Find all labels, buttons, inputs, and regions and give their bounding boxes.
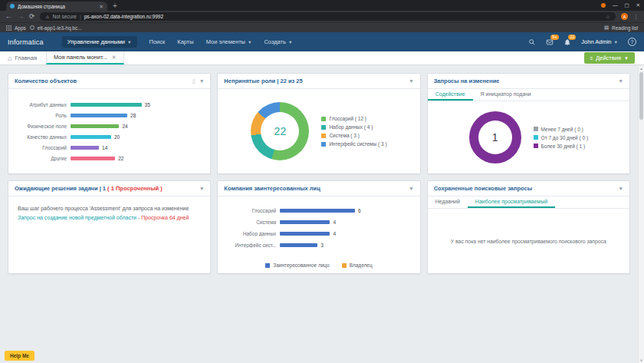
legend-swatch-icon [321,142,326,147]
legend-item: Менее 7 дней ( 0 ) [534,127,589,132]
collapse-chevron-icon[interactable]: ▼ [619,78,623,84]
card-change-requests: Запросы на изменение ▼ Содействие Я иниц… [427,73,630,174]
requests-donut-chart: 1 [469,111,521,163]
bar-label: Глоссарий [228,208,276,213]
home-link[interactable]: ⌂ Главная [8,51,46,64]
overdue-count: ( 1 Просроченный ) [107,185,163,192]
help-icon[interactable]: ? [628,38,636,46]
menu-maps[interactable]: Карты [177,38,193,45]
list-icon: ≡ [590,56,593,61]
card-body: Ваш шаг рабочего процесса 'Assessment' д… [8,196,210,273]
card-stakeholders: Компания заинтересованных лиц ▼ Глоссари… [217,180,420,274]
maximize-icon[interactable]: ▢ [624,3,629,8]
security-label: Not secure [53,14,77,19]
bar-value: 35 [145,102,150,107]
drag-handle-icon[interactable]: ⣿ [192,78,194,84]
application-window: Домашняя страница ✕ + — ▢ ✕ ← → ⟳ ⚠ Not … [0,0,644,363]
menu-create[interactable]: Создать ▼ [264,38,292,45]
donut-hole: 1 [478,120,512,154]
browser-menu-icon[interactable]: ⋮ [633,14,639,20]
header-right: 9+ 22 John Admin ▼ ? [528,38,636,46]
window-close-icon[interactable]: ✕ [636,3,640,8]
chevron-down-icon: ▼ [248,40,251,45]
chevron-down-icon: ▼ [127,40,131,45]
bookmark-star-icon[interactable]: ☆ [606,14,610,20]
browser-toolbar: ← → ⟳ ⚠ Not secure | ps-axon-02.data-int… [0,11,644,22]
reading-list-button[interactable]: ▤ Reading list [604,25,638,31]
legend-item: Глоссарий ( 12 ) [321,116,386,121]
not-secure-icon: ⚠ [45,14,49,19]
bar-value: 4 [333,231,336,236]
scrollbar-thumb[interactable] [639,72,643,120]
forward-icon[interactable]: → [18,13,25,20]
legend-label: Заинтересованное лицо [273,262,329,268]
bar-label: Роль [19,113,67,118]
minimize-icon[interactable]: — [613,3,618,8]
roles-legend: Глоссарий ( 12 )Набор данных ( 4 )Систем… [321,116,386,147]
legend-item: Более 30 дней ( 1 ) [534,144,589,149]
profile-avatar[interactable]: A [621,13,628,20]
dashboard-grid: Количество объектов ⣿ ▼ Атрибут данных35… [8,73,630,274]
address-bar[interactable]: ⚠ Not secure | ps-axon-02.data-integrati… [40,12,616,21]
stakeholders-legend: Заинтересованное лицоВладелец [218,259,419,273]
card-body: Глоссарий6Система4Набор данных4Интерфейс… [218,196,419,273]
help-me-button[interactable]: Help Me [5,351,34,361]
new-tab-button[interactable]: + [113,2,117,11]
collapse-chevron-icon[interactable]: ▼ [199,186,204,191]
menu-data-management[interactable]: Управление данными ▼ [62,36,137,48]
menu-label: Поиск [150,38,166,45]
card-title: Сохраненные поисковые запросы [434,185,533,192]
back-icon[interactable]: ← [5,13,12,20]
scroll-up-icon[interactable]: ▲ [639,65,644,71]
change-request-tabs: Содействие Я инициатор подачи [428,89,629,101]
bar-row: Набор данных4 [228,231,409,236]
collapse-chevron-icon[interactable]: ▼ [199,78,204,84]
browser-tab[interactable]: Домашняя страница ✕ [6,2,107,11]
user-name: John Admin [581,38,611,45]
url-text: ps-axon-02.data-integration.ru:9992 [84,14,163,19]
tab-raised-by-me[interactable]: Я инициатор подачи [473,89,539,101]
bar-label: Глоссарий [19,145,67,150]
content-scrollbar[interactable]: ▲ ▼ [638,65,644,363]
bar-row: Интерфейс сист...3 [228,243,409,248]
search-icon[interactable] [528,38,536,46]
notifications-icon[interactable]: 22 [564,38,571,46]
card-header: Запросы на изменение ▼ [428,74,629,89]
informatica-logo: Informatica [8,38,44,46]
tab-my-dashboard[interactable]: Моя панель монит... ✕ [46,51,124,64]
menu-search[interactable]: Поиск [150,38,166,45]
workspace-tab-bar: ⌂ Главная Моя панель монит... ✕ ≡ Действ… [0,51,644,65]
menu-my-items[interactable]: Мои элементы ▼ [206,38,252,45]
bar-label: Интерфейс сист... [228,243,276,248]
collapse-chevron-icon[interactable]: ▼ [409,78,413,84]
tab-assist[interactable]: Содействие [428,89,473,101]
bar [71,157,115,160]
user-menu[interactable]: John Admin ▼ [581,38,618,45]
bar-value: 14 [102,145,107,150]
bar-row: Физическое поле24 [19,124,199,129]
apps-shortcut[interactable]: Apps [6,25,26,31]
bar-value: 6 [358,208,361,213]
legend-item: Владелец [342,262,373,268]
legend-item: Система ( 3 ) [321,133,386,138]
card-saved-searches: Сохраненные поисковые запросы ▼ Недавний… [427,180,630,274]
collapse-chevron-icon[interactable]: ▼ [619,186,623,191]
browser-update-icon[interactable] [601,3,606,8]
close-icon[interactable]: ✕ [112,54,117,61]
change-request-link[interactable]: Запрос на создание новой предметной обла… [18,215,136,220]
requests-donut-area: 1 Менее 7 дней ( 0 )От 7 до 30 дней ( 0 … [428,101,629,173]
messages-icon[interactable]: 9+ [546,38,554,46]
tab-recent[interactable]: Недавний [428,196,468,208]
apps-label: Apps [15,25,26,31]
actions-button[interactable]: ≡ Действия ▼ [584,52,635,64]
bookmark-item[interactable]: etl-app1-le3-hq.bc... [30,25,82,31]
objects-bar-chart: Атрибут данных35Роль28Физическое поле24К… [8,89,210,173]
tab-most-viewed[interactable]: Наиболее просматриваемый [468,196,555,208]
tab-close-icon[interactable]: ✕ [99,4,104,9]
card-header: Компания заинтересованных лиц ▼ [218,181,419,196]
collapse-chevron-icon[interactable]: ▼ [409,186,413,191]
legend-item: Набор данных ( 4 ) [321,124,386,130]
scroll-down-icon[interactable]: ▼ [639,357,644,363]
legend-swatch-icon [321,134,326,138]
refresh-icon[interactable]: ⟳ [29,13,34,20]
